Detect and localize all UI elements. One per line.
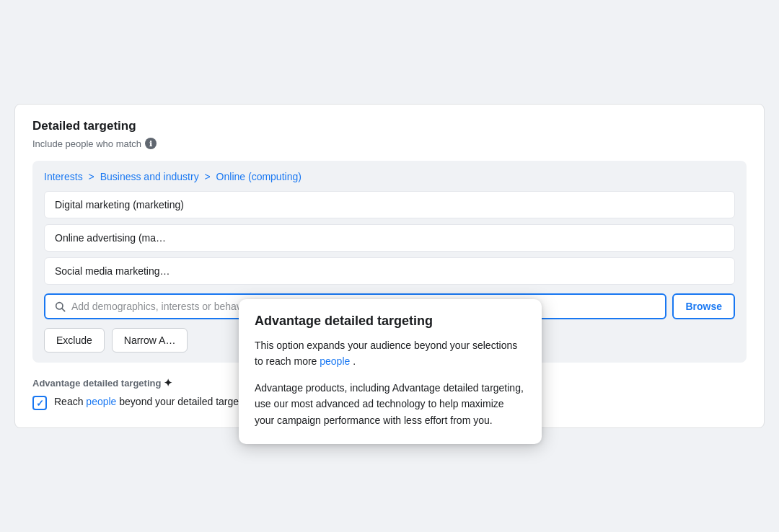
exclude-button[interactable]: Exclude bbox=[44, 328, 105, 353]
checkmark-icon: ✓ bbox=[36, 398, 44, 409]
subtitle: Include people who match ℹ bbox=[32, 138, 747, 149]
popover-p1-before: This option expands your audience beyond… bbox=[255, 340, 517, 367]
advantage-label-text: Advantage detailed targeting bbox=[32, 378, 161, 389]
breadcrumb-sep-2: > bbox=[205, 171, 214, 182]
detailed-targeting-card: Detailed targeting Include people who ma… bbox=[14, 104, 765, 428]
breadcrumb-business-industry[interactable]: Business and industry bbox=[100, 171, 199, 182]
search-icon bbox=[54, 301, 66, 312]
tag-item-social-media[interactable]: Social media marketing… bbox=[44, 257, 735, 285]
advantage-popover: Advantage detailed targeting This option… bbox=[239, 299, 542, 444]
browse-button[interactable]: Browse bbox=[672, 293, 735, 319]
section-title: Detailed targeting bbox=[32, 119, 747, 133]
svg-line-1 bbox=[62, 309, 65, 311]
breadcrumb-sep-1: > bbox=[89, 171, 97, 182]
popover-paragraph-2: Advantage products, including Advantage … bbox=[255, 380, 526, 428]
info-icon[interactable]: ℹ bbox=[145, 138, 157, 149]
star-icon: ✦ bbox=[164, 377, 172, 389]
popover-paragraph-1: This option expands your audience beyond… bbox=[255, 337, 526, 370]
popover-body: This option expands your audience beyond… bbox=[255, 337, 526, 428]
breadcrumb: Interests > Business and industry > Onli… bbox=[44, 171, 735, 182]
tag-item-online-advertising[interactable]: Online advertising (ma… bbox=[44, 224, 735, 252]
advantage-checkbox[interactable]: ✓ bbox=[32, 396, 47, 410]
tag-item-digital-marketing[interactable]: Digital marketing (marketing) bbox=[44, 191, 735, 218]
popover-people-link[interactable]: people bbox=[320, 355, 350, 367]
advantage-text-before: Reach bbox=[54, 396, 86, 407]
subtitle-text: Include people who match bbox=[32, 138, 141, 149]
popover-title: Advantage detailed targeting bbox=[255, 314, 526, 329]
tag-list: Digital marketing (marketing) Online adv… bbox=[44, 191, 735, 285]
narrow-button[interactable]: Narrow A… bbox=[112, 328, 188, 353]
advantage-people-link[interactable]: people bbox=[86, 396, 116, 407]
breadcrumb-online-computing[interactable]: Online (computing) bbox=[216, 171, 302, 182]
popover-p1-after: . bbox=[350, 355, 356, 367]
breadcrumb-interests[interactable]: Interests bbox=[44, 171, 83, 182]
